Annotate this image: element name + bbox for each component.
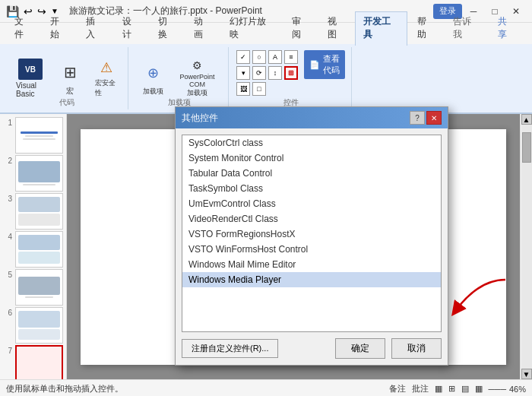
modal-close-button[interactable]: ✕ (426, 111, 442, 125)
list-item-windows-mail[interactable]: Windows Mail Mime Editor (182, 257, 441, 272)
modal-cancel-button[interactable]: 取消 (391, 338, 442, 359)
slide-thumb-4[interactable]: 4 (3, 231, 63, 268)
zoom-level: 46% (509, 385, 526, 394)
status-right: 备注 批注 ▦ ⊞ ▤ ▦ ─── 46% (389, 383, 526, 394)
tab-insert[interactable]: 插入 (78, 11, 112, 44)
com-addins-icon: ⚙ (185, 59, 210, 71)
list-item-vsto-form[interactable]: VSTO FormRegionsHostX (182, 227, 441, 242)
addins-icon: ⊕ (141, 61, 166, 85)
tab-review[interactable]: 审阅 (283, 11, 318, 44)
slide-num-3: 3 (3, 195, 12, 203)
ctrl-text-icon[interactable]: A (268, 50, 282, 64)
scroll-down-button[interactable]: ▼ (521, 369, 532, 379)
modal-dialog: 其他控件 ? ✕ SysColorCtrl class System Monit… (175, 106, 448, 366)
comments-icon[interactable]: 批注 (412, 383, 429, 394)
tab-slideshow[interactable]: 幻灯片放映 (221, 11, 282, 44)
modal-title-bar: 其他控件 ? ✕ (176, 107, 448, 128)
macro-button[interactable]: ⊞ 宏 (52, 55, 88, 102)
ribbon-content: VB Visual Basic ⊞ 宏 ⚠ 宏安全性 代码 ⊕ 加载项 (0, 44, 532, 112)
slide-img-6[interactable] (15, 307, 63, 344)
slide-thumb-5[interactable]: 5 (3, 269, 63, 306)
modal-title: 其他控件 (182, 112, 218, 125)
ribbon: 文件 开始 插入 设计 切换 动画 幻灯片放映 审阅 视图 开发工具 帮助 告诉… (0, 23, 532, 114)
com-addins-button[interactable]: ⚙ PowerPoint COM加载项 (173, 55, 222, 102)
list-item-syscolor[interactable]: SysColorCtrl class (182, 135, 441, 150)
macro-icon: ⊞ (58, 60, 82, 84)
list-item-tasksymbol[interactable]: TaskSymbol Class (182, 181, 441, 196)
ribbon-tabs: 文件 开始 插入 设计 切换 动画 幻灯片放映 审阅 视图 开发工具 帮助 告诉… (0, 23, 532, 44)
ctrl-check-icon[interactable]: ✓ (236, 50, 250, 64)
slide-panel: 1 2 3 (0, 114, 67, 379)
code-group-label: 代码 (59, 97, 74, 108)
register-custom-button[interactable]: 注册自定义控件(R)... (182, 339, 278, 358)
ribbon-group-controls: ✓ ○ A ≡ ▾ ⟳ ↕ ⊞ 🖼 □ (230, 47, 352, 109)
slide-thumb-7[interactable]: 7 (3, 345, 63, 379)
modal-footer: 注册自定义控件(R)... 确定 取消 (182, 338, 442, 359)
notes-icon[interactable]: 备注 (389, 383, 406, 394)
ctrl-list-icon[interactable]: ≡ (284, 50, 298, 64)
ctrl-more-icon[interactable]: ⊞ (284, 66, 298, 80)
modal-body: SysColorCtrl class System Monitor Contro… (176, 128, 448, 365)
ctrl-radio-icon[interactable]: ○ (252, 50, 266, 64)
tab-help[interactable]: 帮助 (409, 11, 443, 44)
ctrl-btn-icon[interactable]: □ (252, 82, 266, 96)
view-slide-icon[interactable]: ⊞ (448, 384, 455, 394)
addins-button[interactable]: ⊕ 加载项 (137, 55, 170, 102)
controls-right-btns: 📄 查看代码 (304, 50, 345, 79)
tab-view[interactable]: 视图 (319, 11, 353, 44)
ribbon-group-addins: ⊕ 加载项 ⚙ PowerPoint COM加载项 加载项 (130, 47, 229, 109)
modal-list[interactable]: SysColorCtrl class System Monitor Contro… (182, 135, 442, 332)
slide-thumb-1[interactable]: 1 (3, 117, 63, 154)
tab-file[interactable]: 文件 (6, 11, 40, 44)
slide-img-1[interactable] (15, 117, 63, 154)
ctrl-combo-icon[interactable]: ▾ (236, 66, 250, 80)
scroll-track (521, 125, 532, 369)
view-normal-icon[interactable]: ▦ (435, 384, 442, 394)
slide-thumb-3[interactable]: 3 (3, 193, 63, 230)
slide-img-7[interactable] (15, 345, 63, 379)
slide-thumb-6[interactable]: 6 (3, 307, 63, 344)
ctrl-spin-icon[interactable]: ⟳ (252, 66, 266, 80)
ctrl-scroll-icon[interactable]: ↕ (268, 66, 282, 80)
controls-row-3: 🖼 □ (236, 82, 298, 96)
zoom-slider[interactable]: ─── (489, 385, 506, 394)
list-item-umevm[interactable]: UmEvmControl Class (182, 196, 441, 211)
view-code-button[interactable]: 📄 查看代码 (304, 50, 345, 79)
list-item-sysmonitor[interactable]: System Monitor Control (182, 150, 441, 166)
view-reading-icon[interactable]: ▦ (475, 384, 483, 394)
tab-developer[interactable]: 开发工具 (355, 11, 407, 46)
thumb-content-5 (16, 270, 62, 305)
macro-security-button[interactable]: ⚠ 宏安全性 (91, 55, 122, 102)
visual-basic-button[interactable]: VB Visual Basic (12, 55, 49, 102)
slide-thumb-2[interactable]: 2 (3, 155, 63, 192)
list-item-vsto-win[interactable]: VSTO WinFormsHost Control (182, 242, 441, 257)
tab-transition[interactable]: 切换 (150, 11, 184, 44)
thumb-content-2 (16, 156, 62, 191)
modal-action-buttons: 确定 取消 (335, 338, 442, 359)
scroll-thumb[interactable] (522, 132, 531, 163)
slide-num-1: 1 (3, 119, 12, 127)
view-outline-icon[interactable]: ▤ (461, 384, 469, 394)
tab-share[interactable]: 共 享 (489, 11, 526, 44)
list-item-tabular[interactable]: Tabular Data Control (182, 166, 441, 181)
ctrl-img-icon[interactable]: 🖼 (236, 82, 250, 96)
thumb-content-6 (16, 308, 62, 343)
list-item-windows-media[interactable]: Windows Media Player (182, 272, 441, 287)
right-scrollbar[interactable]: ▲ ▼ (520, 114, 532, 379)
list-item-videorender[interactable]: VideoRenderCtl Class (182, 211, 441, 227)
tab-tell-me[interactable]: 告诉我 (445, 11, 488, 44)
thumb-content-4 (16, 232, 62, 267)
slide-img-4[interactable] (15, 231, 63, 268)
tab-animation[interactable]: 动画 (185, 11, 220, 44)
modal-help-button[interactable]: ? (410, 111, 425, 125)
tab-design[interactable]: 设计 (114, 11, 148, 44)
controls-row-2: ▾ ⟳ ↕ ⊞ (236, 66, 298, 80)
scroll-up-button[interactable]: ▲ (521, 114, 532, 125)
slide-img-3[interactable] (15, 193, 63, 230)
view-code-icon: 📄 (309, 60, 320, 70)
slide-img-5[interactable] (15, 269, 63, 306)
ribbon-group-code: VB Visual Basic ⊞ 宏 ⚠ 宏安全性 代码 (6, 47, 128, 109)
tab-start[interactable]: 开始 (42, 11, 76, 44)
slide-img-2[interactable] (15, 155, 63, 192)
modal-ok-button[interactable]: 确定 (335, 338, 385, 359)
